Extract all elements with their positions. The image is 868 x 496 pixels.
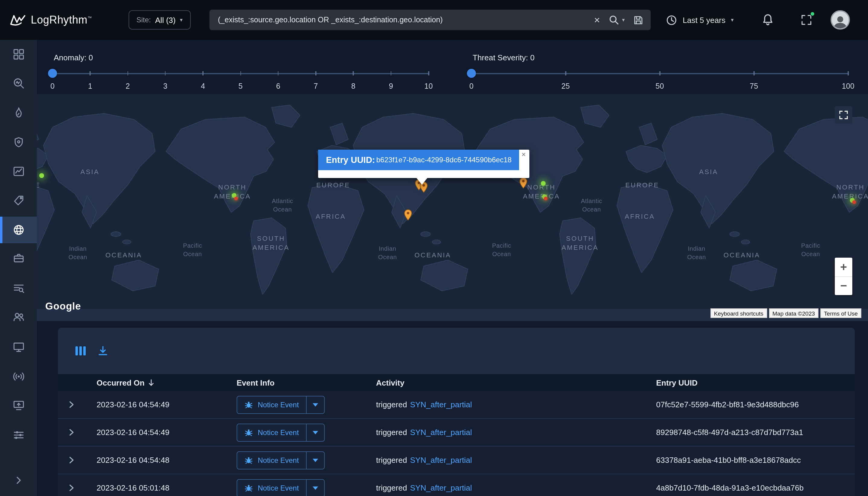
zoom-in-button[interactable]: + xyxy=(835,258,852,276)
zoom-out-button[interactable]: − xyxy=(835,276,852,295)
sidebar-item-analyze[interactable] xyxy=(0,70,37,96)
sidebar-item-security[interactable] xyxy=(0,129,37,156)
save-search-icon[interactable] xyxy=(633,15,643,25)
sidebar-item-network-monitor[interactable] xyxy=(0,363,37,390)
geo-map[interactable]: NORTH AMERICASOUTH AMERICAEUROPEAFRICAAS… xyxy=(37,94,868,321)
notice-event-button[interactable]: Notice Event xyxy=(237,479,325,496)
sidebar-item-geo-map[interactable] xyxy=(0,217,37,243)
bug-icon xyxy=(244,456,253,464)
slider-handle[interactable] xyxy=(467,69,476,78)
notice-event-button[interactable]: Notice Event xyxy=(237,423,325,441)
clear-search-icon[interactable]: ✕ xyxy=(594,15,600,25)
sidebar-item-alarms[interactable] xyxy=(0,188,37,214)
anomaly-slider[interactable] xyxy=(52,69,429,78)
user-avatar[interactable] xyxy=(831,10,850,30)
sidebar-item-threat-activity[interactable] xyxy=(0,99,37,126)
slider-tick-label: 8 xyxy=(351,82,355,91)
columns-icon[interactable] xyxy=(75,346,86,356)
keyboard-shortcuts-link[interactable]: Keyboard shortcuts xyxy=(711,308,767,318)
slider-tick-label: 3 xyxy=(163,82,168,91)
map-zoom-control: + − xyxy=(835,258,852,295)
activity-cell: triggeredSYN_after_partial xyxy=(364,428,644,437)
map-red-marker[interactable] xyxy=(234,197,238,200)
slider-tick xyxy=(202,71,203,75)
table-row[interactable]: 2023-02-16 04:54:48 Notice Event xyxy=(58,447,855,474)
row-expand-chevron[interactable] xyxy=(68,429,74,436)
map-green-marker[interactable] xyxy=(39,173,44,178)
slider-tick xyxy=(659,71,660,75)
site-selector[interactable]: Site: All (3) ▾ xyxy=(128,10,191,30)
sidebar-expand-button[interactable] xyxy=(0,467,37,494)
events-table-card: Occurred On Event Info Activity Entry UU… xyxy=(58,328,855,496)
sidebar-item-cases[interactable] xyxy=(0,245,37,272)
search-input[interactable] xyxy=(217,15,585,25)
column-header-occurred-on[interactable]: Occurred On xyxy=(85,378,225,387)
fullscreen-button[interactable] xyxy=(801,14,812,26)
row-expand-chevron[interactable] xyxy=(68,456,74,464)
sidebar-item-settings[interactable] xyxy=(0,422,37,448)
slider-tick xyxy=(753,71,755,75)
map-red-marker[interactable] xyxy=(852,200,856,204)
sidebar-item-deployment-monitor[interactable] xyxy=(0,392,37,419)
popup-close-icon[interactable]: × xyxy=(520,151,528,159)
row-expand-chevron[interactable] xyxy=(68,484,74,492)
notice-event-label: Notice Event xyxy=(258,484,299,492)
sidebar-item-hosts[interactable] xyxy=(0,334,37,360)
activity-verb: triggered xyxy=(376,455,407,465)
activity-link[interactable]: SYN_after_partial xyxy=(410,455,472,465)
terms-of-use-link[interactable]: Terms of Use xyxy=(820,308,862,318)
deployment-monitor-icon xyxy=(12,399,25,412)
sidebar-item-dashboards[interactable] xyxy=(0,41,37,67)
column-header-event-info[interactable]: Event Info xyxy=(225,378,364,387)
notice-event-dropdown[interactable] xyxy=(306,479,324,496)
map-red-marker[interactable] xyxy=(544,197,547,200)
map-pin-marker[interactable] xyxy=(404,210,412,223)
popup-tail xyxy=(416,178,427,185)
slider-handle[interactable] xyxy=(48,69,57,78)
activity-link[interactable]: SYN_after_partial xyxy=(410,483,472,492)
sidebar-item-people[interactable] xyxy=(0,304,37,330)
slider-tick xyxy=(391,71,392,75)
users-icon xyxy=(12,310,25,323)
popup-uuid: b623f1e7-b9ac-4299-8dc6-744590b6ec18 xyxy=(376,156,512,164)
notice-event-label: Notice Event xyxy=(258,400,299,409)
slider-tick xyxy=(353,71,354,75)
map-attribution: Keyboard shortcuts Map data ©2023 Terms … xyxy=(711,308,862,318)
column-header-activity[interactable]: Activity xyxy=(364,378,644,387)
top-bar: LogRhythm™ Site: All (3) ▾ ✕ ▾ xyxy=(0,0,868,40)
slider-tick-label: 50 xyxy=(656,82,664,91)
table-row[interactable]: 2023-02-16 04:54:49 Notice Event xyxy=(58,391,855,419)
slider-tick-label: 10 xyxy=(424,82,433,91)
row-expand-chevron[interactable] xyxy=(68,401,74,408)
search-submit[interactable]: ▾ xyxy=(609,15,625,25)
table-row[interactable]: 2023-02-16 05:01:48 Notice Event xyxy=(58,474,855,496)
notice-event-button[interactable]: Notice Event xyxy=(237,451,325,469)
sidebar-item-trends[interactable] xyxy=(0,158,37,185)
notice-event-dropdown[interactable] xyxy=(306,452,324,468)
slider-tick-label: 2 xyxy=(125,82,130,91)
site-label: Site: xyxy=(136,16,151,24)
sidebar-item-searches[interactable] xyxy=(0,275,37,302)
popup-title: Entry UUID: xyxy=(326,155,375,165)
activity-link[interactable]: SYN_after_partial xyxy=(410,400,472,409)
notice-event-button[interactable]: Notice Event xyxy=(237,396,325,414)
sidebar-nav xyxy=(0,40,37,496)
time-range-picker[interactable]: Last 5 years ▾ xyxy=(666,10,734,30)
anomaly-tick-labels: 012345678910 xyxy=(52,82,429,91)
activity-cell: triggeredSYN_after_partial xyxy=(364,483,644,492)
map-fullscreen-button[interactable] xyxy=(835,106,852,124)
notice-event-dropdown[interactable] xyxy=(306,424,324,441)
notice-event-label: Notice Event xyxy=(258,428,299,437)
shield-icon xyxy=(12,136,25,149)
map-pin-marker[interactable] xyxy=(519,177,527,191)
download-icon[interactable] xyxy=(97,345,109,357)
entry-uuid-cell: 63378a91-aeba-41b0-bff8-a3e18678adcc xyxy=(644,455,855,465)
column-header-entry-uuid[interactable]: Entry UUID xyxy=(644,378,855,387)
notifications-button[interactable] xyxy=(762,13,774,26)
table-row[interactable]: 2023-02-16 04:54:49 Notice Event xyxy=(58,419,855,447)
threat-severity-slider[interactable] xyxy=(471,69,848,78)
map-green-marker[interactable] xyxy=(541,181,546,186)
chevron-down-icon: ▾ xyxy=(180,17,183,22)
activity-link[interactable]: SYN_after_partial xyxy=(410,428,472,437)
notice-event-dropdown[interactable] xyxy=(306,396,324,413)
